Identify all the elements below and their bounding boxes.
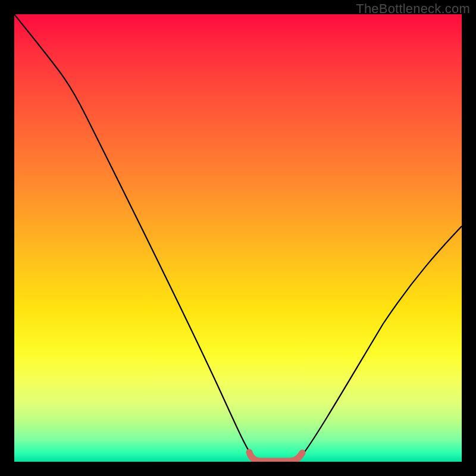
curve-path [14,14,462,461]
bottleneck-curve [14,14,462,462]
chart-plot-area [14,14,462,462]
chart-frame: TheBottleneck.com [0,0,476,476]
optimal-range-marker [249,452,302,461]
